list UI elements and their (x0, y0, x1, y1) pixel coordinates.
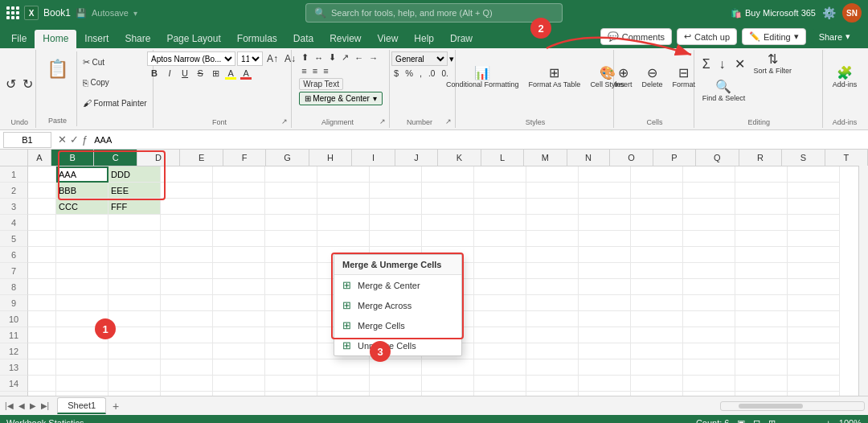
cell-e1[interactable] (213, 166, 265, 183)
cell-F7[interactable] (265, 263, 317, 279)
conditional-formatting-button[interactable]: 📊 Conditional Formatting (443, 65, 522, 90)
cell-J10[interactable] (474, 311, 526, 327)
cell-F11[interactable] (265, 327, 317, 343)
sheet-nav-prev[interactable]: ◀ (17, 400, 27, 412)
cell-k2[interactable] (526, 183, 579, 199)
cell-a8[interactable] (28, 279, 56, 295)
cell-I13[interactable] (422, 359, 474, 376)
cell-E12[interactable] (213, 343, 265, 359)
cell-D11[interactable] (161, 327, 213, 343)
col-header-o[interactable]: O (610, 150, 653, 166)
align-top-button[interactable]: ⬆ (299, 51, 311, 64)
cell-N9[interactable] (683, 295, 735, 311)
cell-J7[interactable] (474, 263, 526, 279)
cell-M13[interactable] (631, 359, 683, 376)
cell-J5[interactable] (474, 231, 526, 247)
cell-a9[interactable] (28, 295, 56, 311)
cell-a10[interactable] (28, 311, 56, 327)
cell-l1[interactable] (579, 166, 631, 183)
cell-K7[interactable] (526, 263, 579, 279)
align-center-button[interactable]: ≡ (310, 65, 320, 76)
cell-a6[interactable] (28, 247, 56, 263)
col-header-b[interactable]: B (51, 150, 94, 166)
cell-L14[interactable] (579, 376, 631, 392)
cell-G5[interactable] (317, 231, 370, 247)
cell-a2[interactable] (28, 183, 56, 199)
row-num-8[interactable]: 8 (0, 279, 28, 295)
col-header-s[interactable]: S (782, 150, 825, 166)
cell-O12[interactable] (735, 343, 788, 359)
cell-K8[interactable] (526, 279, 579, 295)
format-painter-button[interactable]: 🖌 Format Painter (80, 97, 149, 109)
horizontal-scrollbar[interactable] (720, 401, 865, 411)
percent-button[interactable]: % (403, 68, 416, 79)
cell-c3[interactable]: FFF (108, 199, 161, 215)
cell-E4[interactable] (213, 215, 265, 231)
cell-O9[interactable] (735, 295, 788, 311)
cell-a7[interactable] (28, 263, 56, 279)
cell-P5[interactable] (788, 231, 840, 247)
cell-N14[interactable] (683, 376, 735, 392)
cell-L15[interactable] (579, 392, 631, 396)
layout-normal-icon[interactable]: ▣ (737, 418, 745, 424)
cell-K5[interactable] (526, 231, 579, 247)
cell-n2[interactable] (683, 183, 735, 199)
paste-button[interactable]: 📋 (41, 53, 73, 85)
cell-F4[interactable] (265, 215, 317, 231)
cell-H13[interactable] (370, 359, 422, 376)
tab-data[interactable]: Data (285, 30, 321, 48)
cell-E6[interactable] (213, 247, 265, 263)
cell-h3[interactable] (370, 199, 422, 215)
cell-c1[interactable]: DDD (108, 166, 161, 183)
col-header-c[interactable]: C (94, 150, 137, 166)
formula-input[interactable] (94, 135, 865, 145)
row-num-4[interactable]: 4 (0, 215, 28, 231)
cell-C9[interactable] (108, 295, 161, 311)
merge-center-button[interactable]: ⊞ Merge & Center ▾ (299, 92, 383, 105)
undo-button[interactable]: ↺ (3, 76, 18, 92)
cell-E15[interactable] (213, 392, 265, 396)
cell-M14[interactable] (631, 376, 683, 392)
cell-O5[interactable] (735, 231, 788, 247)
layout-page-icon[interactable]: ⊟ (753, 418, 760, 424)
cell-C11[interactable] (108, 327, 161, 343)
cell-i3[interactable] (422, 199, 474, 215)
col-header-j[interactable]: J (395, 150, 438, 166)
cell-k1[interactable] (526, 166, 579, 183)
cell-O11[interactable] (735, 327, 788, 343)
cell-b3[interactable]: CCC (56, 199, 108, 215)
cell-p3[interactable] (788, 199, 840, 215)
cell-L7[interactable] (579, 263, 631, 279)
cell-e3[interactable] (213, 199, 265, 215)
sheet-nav-next[interactable]: ▶ (28, 400, 38, 412)
cell-K4[interactable] (526, 215, 579, 231)
cell-p2[interactable] (788, 183, 840, 199)
row-num-10[interactable]: 10 (0, 311, 28, 327)
cell-o3[interactable] (735, 199, 788, 215)
cell-i2[interactable] (422, 183, 474, 199)
cell-I14[interactable] (422, 376, 474, 392)
col-header-k[interactable]: K (438, 150, 481, 166)
cell-H5[interactable] (370, 231, 422, 247)
row-num-5[interactable]: 5 (0, 231, 28, 247)
cell-B6[interactable] (56, 247, 108, 263)
cell-e2[interactable] (213, 183, 265, 199)
tab-share[interactable]: Share (117, 30, 158, 48)
row-num-7[interactable]: 7 (0, 263, 28, 279)
cell-P13[interactable] (788, 359, 840, 376)
cell-B5[interactable] (56, 231, 108, 247)
cell-P10[interactable] (788, 311, 840, 327)
col-header-m[interactable]: M (524, 150, 567, 166)
cell-J8[interactable] (474, 279, 526, 295)
cell-N5[interactable] (683, 231, 735, 247)
cell-O6[interactable] (735, 247, 788, 263)
cell-j2[interactable] (474, 183, 526, 199)
cell-M12[interactable] (631, 343, 683, 359)
add-sheet-button[interactable]: + (109, 400, 122, 413)
cell-O4[interactable] (735, 215, 788, 231)
strikethrough-button[interactable]: S (193, 68, 207, 80)
cell-F9[interactable] (265, 295, 317, 311)
row-num-14[interactable]: 14 (0, 376, 28, 392)
cell-G4[interactable] (317, 215, 370, 231)
cell-M11[interactable] (631, 327, 683, 343)
